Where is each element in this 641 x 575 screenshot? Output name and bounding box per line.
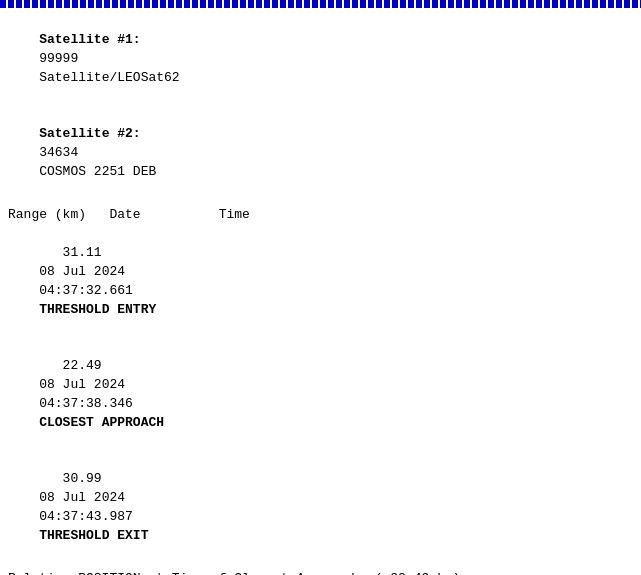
threshold-exit-label: THRESHOLD EXIT: [39, 528, 148, 543]
closest-approach-row: 22.49 08 Jul 2024 04:37:38.346 CLOSEST A…: [8, 338, 633, 451]
satellite2-line: Satellite #2: 34634 COSMOS 2251 DEB: [8, 106, 633, 200]
top-border: [0, 0, 641, 8]
satellite2-name: COSMOS 2251 DEB: [39, 164, 156, 179]
closest-approach-time: 04:37:38.346: [39, 396, 133, 411]
closest-approach-range: 22.49: [39, 358, 101, 373]
satellite1-label: Satellite #1:: [39, 32, 140, 47]
range-table-header: Range (km) Date Time: [8, 206, 633, 225]
threshold-entry-label: THRESHOLD ENTRY: [39, 302, 156, 317]
position-header: Relative POSITION at Time of Closest App…: [8, 570, 633, 575]
satellite1-name: Satellite/LEOSat62: [39, 70, 179, 85]
satellite2-id: 34634: [39, 145, 78, 160]
threshold-exit-time: 04:37:43.987: [39, 509, 133, 524]
threshold-entry-row: 31.11 08 Jul 2024 04:37:32.661 THRESHOLD…: [8, 225, 633, 338]
threshold-exit-row: 30.99 08 Jul 2024 04:37:43.987 THRESHOLD…: [8, 451, 633, 564]
threshold-entry-range: 31.11: [39, 245, 101, 260]
threshold-exit-date: 08 Jul 2024: [39, 490, 125, 505]
threshold-entry-time: 04:37:32.661: [39, 283, 133, 298]
satellite2-label: Satellite #2:: [39, 126, 140, 141]
closest-approach-date: 08 Jul 2024: [39, 377, 125, 392]
closest-approach-label: CLOSEST APPROACH: [39, 415, 164, 430]
satellite1-id: 99999: [39, 51, 78, 66]
threshold-entry-date: 08 Jul 2024: [39, 264, 125, 279]
satellite1-line: Satellite #1: 99999 Satellite/LEOSat62: [8, 12, 633, 106]
threshold-exit-range: 30.99: [39, 471, 101, 486]
